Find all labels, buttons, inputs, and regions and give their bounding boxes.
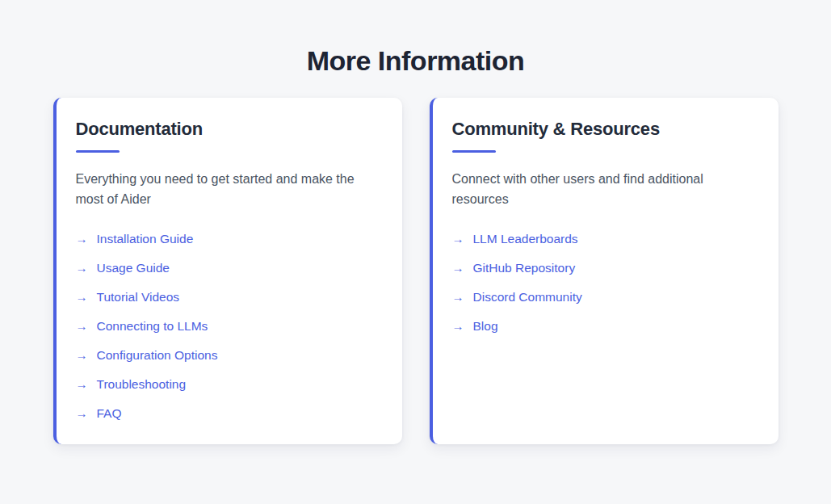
community-resources-card-description: Connect with other users and find additi… [452,169,745,209]
link-label: Blog [473,318,498,334]
link-label: Installation Guide [97,231,194,247]
link-installation-guide[interactable]: → Installation Guide [76,231,194,247]
link-github-repository[interactable]: → GitHub Repository [452,260,576,276]
link-connecting-to-llms[interactable]: → Connecting to LLMs [76,318,208,334]
link-discord-community[interactable]: → Discord Community [452,289,582,305]
arrow-right-icon: → [76,231,88,247]
info-cards-row: Documentation Everything you need to get… [0,98,831,444]
link-item: → Connecting to LLMs [76,318,380,334]
link-item: → GitHub Repository [452,260,756,276]
link-label: GitHub Repository [473,260,576,276]
title-underline [452,150,496,153]
arrow-right-icon: → [452,260,464,276]
link-label: FAQ [97,405,122,422]
arrow-right-icon: → [452,231,464,247]
arrow-right-icon: → [76,318,88,334]
link-troubleshooting[interactable]: → Troubleshooting [76,376,187,393]
link-label: Tutorial Videos [97,289,180,305]
link-label: Usage Guide [97,260,170,276]
link-label: Discord Community [473,289,582,305]
link-llm-leaderboards[interactable]: → LLM Leaderboards [452,231,578,247]
documentation-card-title: Documentation [76,119,380,140]
link-item: → Installation Guide [76,231,380,247]
arrow-right-icon: → [76,376,88,393]
community-resources-card: Community & Resources Connect with other… [430,98,779,444]
link-item: → Tutorial Videos [76,289,380,305]
documentation-card-description: Everything you need to get started and m… [76,169,368,209]
link-label: Configuration Options [97,347,218,363]
link-item: → FAQ [76,405,380,422]
link-item: → Troubleshooting [76,376,380,393]
title-underline [76,150,120,153]
link-item: → Blog [452,318,756,334]
link-label: Troubleshooting [97,376,187,393]
link-item: → Discord Community [452,289,756,305]
arrow-right-icon: → [76,347,88,363]
arrow-right-icon: → [76,405,88,422]
link-blog[interactable]: → Blog [452,318,498,334]
link-item: → LLM Leaderboards [452,231,756,247]
link-item: → Configuration Options [76,347,380,363]
arrow-right-icon: → [76,289,88,305]
link-faq[interactable]: → FAQ [76,405,122,422]
documentation-link-list: → Installation Guide → Usage Guide → Tut… [76,231,380,422]
arrow-right-icon: → [452,318,464,334]
arrow-right-icon: → [76,260,88,276]
community-resources-card-title: Community & Resources [452,119,756,140]
page-title: More Information [0,45,831,77]
link-tutorial-videos[interactable]: → Tutorial Videos [76,289,180,305]
arrow-right-icon: → [452,289,464,305]
link-label: LLM Leaderboards [473,231,578,247]
link-label: Connecting to LLMs [97,318,208,334]
community-link-list: → LLM Leaderboards → GitHub Repository →… [452,231,756,334]
link-item: → Usage Guide [76,260,380,276]
documentation-card: Documentation Everything you need to get… [53,98,402,444]
link-usage-guide[interactable]: → Usage Guide [76,260,170,276]
link-configuration-options[interactable]: → Configuration Options [76,347,218,363]
